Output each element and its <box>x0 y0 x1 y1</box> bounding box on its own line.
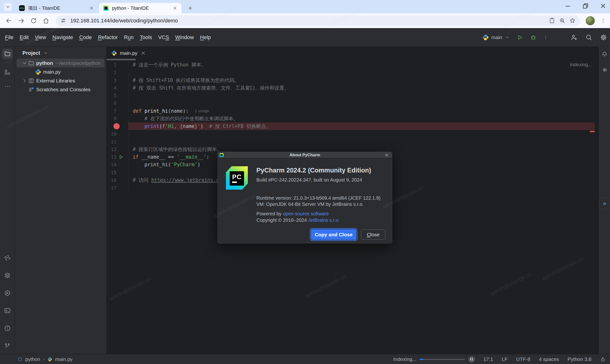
breadcrumb-file[interactable]: main.py <box>55 356 73 362</box>
run-configuration[interactable]: main <box>491 35 502 40</box>
structure-tool-button[interactable] <box>2 67 13 78</box>
settings-gear-icon[interactable] <box>600 34 607 41</box>
url-text[interactable]: 192.168.101.144/ide/web/coding/python/de… <box>70 18 545 24</box>
ai-assistant-button[interactable] <box>600 65 609 75</box>
avatar[interactable] <box>586 16 595 25</box>
close-icon[interactable] <box>599 2 607 10</box>
menu-run[interactable]: Run <box>121 32 137 42</box>
search-everywhere-icon[interactable] <box>585 34 592 41</box>
gutter-line-15[interactable]: 15 <box>106 169 129 176</box>
breadcrumb-project[interactable]: python <box>25 356 40 362</box>
code-line-1[interactable]: 1# 这是一个示例 Python 脚本。 <box>106 61 598 69</box>
gutter-line-9[interactable] <box>106 122 129 130</box>
notifications-button[interactable] <box>600 50 609 59</box>
version-control-button[interactable] <box>2 341 13 351</box>
python-interpreter[interactable]: Python 3.8 <box>568 356 591 362</box>
code-line-3[interactable]: 3# 按 Shift+F10 执行或将其替换为您的代码。 <box>106 77 598 84</box>
browser-menu-icon[interactable] <box>600 18 606 24</box>
close-icon[interactable] <box>172 6 177 11</box>
menu-edit[interactable]: Edit <box>16 32 32 42</box>
dialog-title-bar[interactable]: About PyCharm <box>218 152 392 158</box>
menu-navigate[interactable]: Navigate <box>49 32 76 42</box>
tree-item-main-py[interactable]: main.py <box>17 67 104 76</box>
menu-file[interactable]: File <box>2 32 16 42</box>
project-panel-header[interactable]: Project <box>15 47 106 59</box>
chevron-right-icon[interactable] <box>21 78 28 84</box>
menu-vcs[interactable]: VCS <box>155 32 172 42</box>
error-stripe-mark[interactable] <box>590 131 595 132</box>
bookmark-star-icon[interactable] <box>569 17 576 24</box>
menu-refactor[interactable]: Refactor <box>95 32 121 42</box>
chevron-down-icon[interactable] <box>21 60 28 66</box>
code-line-4[interactable]: 4# 按 双击 Shift 在所有地方搜索类、文件、工具窗口、操作和设置。 <box>106 84 598 92</box>
line-separator[interactable]: LF <box>502 356 508 362</box>
close-icon[interactable] <box>89 6 94 11</box>
tree-item-scratches-and-consoles[interactable]: Scratches and Consoles <box>17 85 104 94</box>
run-line-icon[interactable] <box>118 154 124 160</box>
gutter-line-2[interactable]: 2 <box>106 69 129 76</box>
gutter-line-4[interactable]: 4 <box>106 84 129 92</box>
menu-code[interactable]: Code <box>76 32 95 42</box>
indexing-progress[interactable]: Indexing... <box>393 356 475 363</box>
debug-button[interactable] <box>530 34 537 41</box>
tab-search-button[interactable] <box>4 3 12 11</box>
code-line-7[interactable]: 7def print_hi(name):1 usage <box>106 107 598 115</box>
tree-item-external-libraries[interactable]: External Libraries <box>17 76 104 85</box>
close-button[interactable]: Close <box>361 230 385 240</box>
code-line-8[interactable]: 8 # 在下面的代码行中使用断点来调试脚本。 <box>106 115 598 122</box>
gutter-line-5[interactable]: 5 <box>106 92 129 99</box>
breakpoint-icon[interactable] <box>113 123 120 129</box>
gutter-line-7[interactable]: 7 <box>106 107 129 115</box>
python-console-button[interactable] <box>2 252 13 263</box>
gutter-line-10[interactable]: 10 <box>106 130 129 138</box>
open-source-link[interactable]: open-source software <box>283 211 329 216</box>
code-with-me-icon[interactable] <box>571 34 578 41</box>
menu-help[interactable]: Help <box>197 32 214 42</box>
site-info-icon[interactable] <box>60 17 66 24</box>
close-icon[interactable] <box>384 153 389 157</box>
zoom-in-icon[interactable] <box>559 17 565 24</box>
home-icon[interactable] <box>42 17 50 24</box>
tree-item-python[interactable]: python~/workspace/python <box>17 59 104 67</box>
code-line-6[interactable]: 6 <box>106 99 598 107</box>
gutter-line-12[interactable]: 12 <box>106 145 129 153</box>
file-encoding[interactable]: UTF-8 <box>516 356 531 362</box>
gutter-line-8[interactable]: 8 <box>106 115 129 122</box>
problems-button[interactable] <box>2 323 13 334</box>
run-tool-button[interactable] <box>2 288 13 298</box>
usage-inlay-hint[interactable]: 1 usage <box>195 109 209 113</box>
reload-icon[interactable] <box>30 17 37 24</box>
browser-tab-titanide[interactable]: <t> 项目 - TitanIDE <box>15 3 98 13</box>
editor-tab-mainpy[interactable]: main.py <box>107 47 150 60</box>
code-line-5[interactable]: 5 <box>106 92 598 99</box>
jetbrains-link[interactable]: JetBrains s.r.o. <box>308 218 339 223</box>
expand-panel-button[interactable]: « <box>599 198 610 209</box>
code-line-9[interactable]: print(f'Hi, {name}') # 按 Ctrl+F8 切换断点。 <box>106 122 598 130</box>
run-button[interactable] <box>517 34 523 41</box>
gutter-line-13[interactable]: 13 <box>106 153 129 161</box>
caret-position[interactable]: 17:1 <box>483 356 493 362</box>
gutter-line-17[interactable]: 17 <box>106 184 129 192</box>
close-icon[interactable] <box>140 50 146 56</box>
gutter-line-1[interactable]: 1 <box>106 61 129 69</box>
gutter-line-14[interactable]: 14 <box>106 161 129 169</box>
menu-window[interactable]: Window <box>172 32 197 42</box>
address-bar[interactable]: 192.168.101.144/ide/web/coding/python/de… <box>56 15 580 26</box>
menu-tools[interactable]: Tools <box>137 32 155 42</box>
lock-open-icon[interactable] <box>600 356 606 362</box>
more-tools-button[interactable] <box>2 81 13 92</box>
code-line-2[interactable]: 2 <box>106 69 598 76</box>
gutter-line-6[interactable]: 6 <box>106 99 129 107</box>
new-tab-button[interactable] <box>186 4 194 12</box>
jetbrains-link[interactable]: https://www.jetbrains.com/ <box>151 177 228 183</box>
terminal-button[interactable] <box>2 305 13 316</box>
more-actions-icon[interactable] <box>543 34 548 41</box>
menu-view[interactable]: View <box>32 32 49 42</box>
chevron-down-icon[interactable] <box>505 35 510 40</box>
project-tool-button[interactable] <box>2 49 13 59</box>
copy-and-close-button[interactable]: Copy and Close <box>311 229 356 240</box>
back-icon[interactable] <box>5 17 13 24</box>
services-button[interactable] <box>2 270 13 281</box>
code-line-11[interactable]: 11 <box>106 138 598 145</box>
browser-tab-python[interactable]: python - TitanIDE <box>99 3 182 13</box>
